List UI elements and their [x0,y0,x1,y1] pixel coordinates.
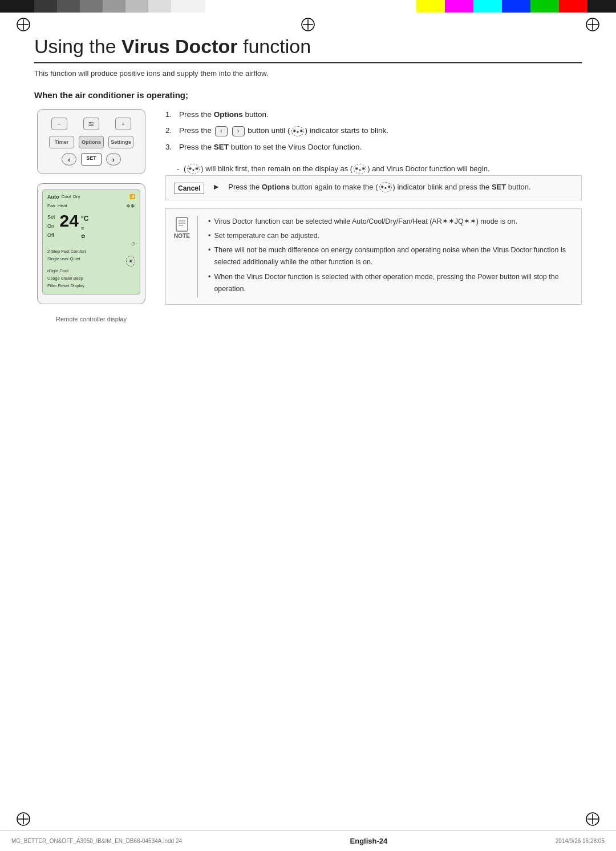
lcd-cool-label: Cool [62,193,71,201]
remote-arrow-right: › [106,153,121,166]
footer-page-number: English-24 [350,837,388,845]
virus-icon-sub1: ⁕ₒ⁕ [187,164,200,174]
color-segment [103,0,125,13]
right-arrow-btn-icon: › [232,126,245,136]
page-footer: MG_BETTER_ON&OFF_A3050_IB&IM_EN_DB68-045… [0,830,616,851]
color-segment [148,0,171,13]
lcd-dry-label: Dry [73,193,80,201]
reg-mark-top-left [16,17,31,34]
remote-arrow-left: ‹ [62,153,76,166]
options-bold: Options [214,110,243,119]
remote-icon-row-top: − ≋ + [43,118,139,130]
lcd-auto-label: Auto [47,193,59,201]
title-suffix: function [238,35,311,57]
lcd-user-label: Single user Quiet [47,256,80,267]
remote-icon-minus: − [51,118,67,130]
color-segment [0,0,34,13]
cancel-options-bold: Options [262,183,290,191]
note-item-1: Virus Doctor function can be selected wh… [208,216,573,228]
note-label-text: NOTE [174,233,190,239]
step-3: Press the SET button to set the Virus Do… [165,142,582,153]
remote-btn-options: Options [79,136,104,148]
dash-symbol: - [177,164,179,173]
lcd-user-row: Single user Quiet ⁕ [47,256,135,267]
section-heading: When the air conditioner is operating; [34,90,582,100]
color-segment [57,0,80,13]
color-segment-red [559,0,587,13]
lcd-screen: Auto Cool Dry 📶 Fan Heat ❄❄ Set On [42,189,140,295]
color-segment-yellow [416,0,445,13]
note-content: Virus Doctor function can be selected wh… [208,216,573,298]
lcd-temperature: 24 [60,212,79,229]
note-divider [197,216,198,298]
color-segment [125,0,148,13]
lcd-temp-section: Set On Off 24 °C ≡ ✿ [47,212,135,240]
remote-icon-wave: ≋ [83,118,99,130]
lcd-clock-icon: ⏱ [131,241,135,248]
lcd-fan-label: Fan [47,203,55,211]
subtitle: This function will produce positive ions… [34,69,582,78]
lcd-off-label: Off [47,231,55,240]
remote-set-btn: SET [81,153,102,166]
lcd-bar-icon: ≡ [81,225,88,233]
step-1-text: Press the Options button. [179,109,582,120]
instructions-column: Press the Options button. Press the ‹ › … [165,109,582,316]
lcd-light-row: d'light Cool [47,268,135,274]
note-list: Virus Doctor function can be selected wh… [208,216,573,296]
color-segment-cyan [473,0,502,13]
lcd-heat-label: Heat [58,203,67,211]
set-bold-step3: SET [214,143,229,151]
page-title: Using the Virus Doctor function [34,35,582,63]
lcd-usage-row: Usage Clean Beep [47,275,135,281]
page-content: Using the Virus Doctor function This fun… [0,13,616,380]
lcd-step-row: 2-Step Fast Comfort [47,248,135,255]
lcd-on-label: On [47,221,55,231]
step-1: Press the Options button. [165,109,582,120]
note-icon: NOTE [174,216,190,239]
lcd-row2: Fan Heat ❄❄ [47,203,135,211]
step-2: Press the ‹ › button until (⁕ₒ⁕) indicat… [165,125,582,136]
color-segment [171,0,205,13]
color-segment-magenta [445,0,473,13]
remote-lcd-illustration: Auto Cool Dry 📶 Fan Heat ❄❄ Set On [37,183,145,304]
color-bar [0,0,616,13]
lcd-set-label: Set [47,212,55,221]
color-segment [34,0,57,13]
svg-rect-9 [176,217,188,231]
lcd-virus-icon: ⁕ [126,256,135,267]
virus-icon-cancel: ⁕ₒ⁕ [379,182,392,192]
color-segment-gap [205,0,416,13]
reg-mark-top-center [301,17,315,34]
remote-nav-row: ‹ SET › [43,153,139,166]
lcd-degree-side: °C ≡ ✿ [81,213,88,240]
remote-btn-settings: Settings [108,136,133,148]
lcd-snowflake-icon: ❄❄ [126,203,135,211]
remote-icon-plus: + [115,118,131,130]
footer-right-text: 2014/9/26 16:28:05 [556,838,605,844]
step-3-text: Press the SET button to set the Virus Do… [179,142,582,153]
main-content-columns: − ≋ + Timer Options Settings ‹ SET › [34,109,582,322]
lcd-filter-row: Filter Reset Display [47,283,135,289]
lcd-wifi-icon: 📶 [129,193,135,201]
remote-btn-timer: Timer [49,136,74,148]
virus-indicator-icon-step2: ⁕ₒ⁕ [291,126,304,136]
note-item-2: Set temperature can be adjusted. [208,230,573,242]
sub-note: - (⁕ₒ⁕) will blink first, then remain on… [165,163,582,175]
cancel-label: Cancel [174,183,204,194]
title-prefix: Using the [34,35,121,57]
reg-mark-top-right [585,17,600,34]
color-segment-green [530,0,559,13]
step-2-text: Press the ‹ › button until (⁕ₒ⁕) indicat… [179,125,582,136]
title-bold: Virus Doctor [121,35,237,57]
reg-mark-bottom-right [585,812,600,828]
footer-left-text: MG_BETTER_ON&OFF_A3050_IB&IM_EN_DB68-045… [11,838,182,844]
lcd-flower-icon: ✿ [81,233,88,241]
virus-icon-sub2: ⁕ₒ⁕ [354,164,366,174]
note-item-3: There will not be much difference on ene… [208,244,573,269]
cancel-box: Cancel ► Press the Options button again … [165,175,582,200]
cancel-text: Press the Options button again to make t… [228,182,530,193]
left-arrow-btn-icon: ‹ [215,126,228,136]
color-segment-blue [502,0,530,13]
lcd-degree-symbol: °C [81,213,88,224]
lcd-set-on-off: Set On Off [47,212,55,240]
